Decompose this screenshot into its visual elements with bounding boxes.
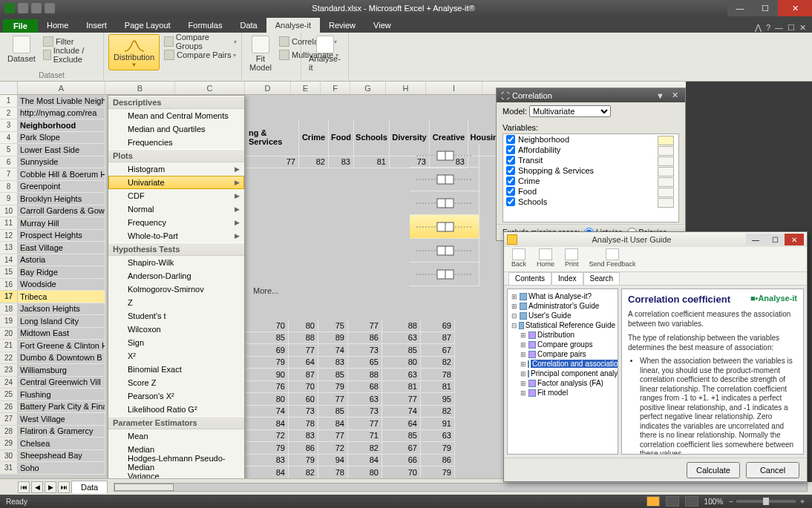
table-cell[interactable]: 83 bbox=[289, 430, 318, 443]
table-cell[interactable]: 79 bbox=[246, 357, 289, 369]
variable-checkbox[interactable] bbox=[506, 156, 515, 165]
table-cell[interactable]: 77 bbox=[382, 393, 421, 406]
table-cell[interactable]: 81 bbox=[421, 381, 455, 394]
tree-node[interactable]: ⊟User's Guide bbox=[510, 311, 615, 320]
cell[interactable]: Murray Hill bbox=[18, 217, 105, 230]
table-cell[interactable]: 63 bbox=[348, 393, 382, 406]
table-cell[interactable]: 84 bbox=[246, 466, 289, 478]
variable-item[interactable]: Crime bbox=[503, 176, 656, 186]
variable-checkbox[interactable] bbox=[506, 145, 515, 154]
tab-insert[interactable]: Insert bbox=[77, 18, 116, 33]
boxplot-cell[interactable] bbox=[410, 168, 479, 191]
view-normal-icon[interactable] bbox=[646, 496, 660, 507]
row-header[interactable]: 27 bbox=[0, 413, 18, 426]
table-cell[interactable]: 78 bbox=[289, 418, 318, 430]
cell[interactable]: Flatiron & Gramercy bbox=[18, 426, 105, 438]
sheet-nav-last[interactable]: ⏭ bbox=[58, 481, 70, 493]
menu-item[interactable]: Kolmogorov-Smirnov bbox=[108, 283, 244, 296]
table-cell[interactable]: 73 bbox=[348, 344, 382, 357]
menu-item[interactable]: X² bbox=[108, 349, 244, 363]
table-cell[interactable]: 82 bbox=[299, 156, 329, 169]
cell[interactable]: Prospect Heights bbox=[18, 230, 105, 243]
cell[interactable]: Sunnyside bbox=[18, 156, 105, 169]
menu-item[interactable]: Pearson's X² bbox=[108, 389, 244, 403]
table-cell[interactable]: 77 bbox=[289, 344, 318, 357]
table-cell[interactable]: 89 bbox=[318, 332, 348, 345]
menu-item[interactable]: Frequencies bbox=[108, 136, 244, 149]
row-header[interactable]: 9 bbox=[0, 193, 18, 205]
table-cell[interactable]: 73 bbox=[348, 406, 382, 418]
row-header[interactable]: 8 bbox=[0, 181, 18, 194]
mdi-min-icon[interactable]: — bbox=[775, 23, 783, 33]
table-cell[interactable]: 79 bbox=[289, 455, 318, 467]
table-cell[interactable]: 83 bbox=[246, 455, 289, 467]
pencil-icon[interactable] bbox=[658, 136, 674, 145]
variable-item[interactable]: Affordability bbox=[503, 145, 656, 155]
menu-item[interactable]: Sign bbox=[108, 336, 244, 349]
menu-item[interactable]: Binomial Exact bbox=[108, 363, 244, 376]
table-cell[interactable]: 82 bbox=[348, 442, 382, 455]
ug-home-button[interactable]: Home bbox=[537, 248, 554, 270]
table-cell[interactable]: 67 bbox=[382, 442, 421, 455]
var-type-icon[interactable] bbox=[658, 188, 674, 197]
row-header[interactable]: 1 bbox=[0, 95, 18, 108]
table-cell[interactable]: 80 bbox=[382, 357, 421, 369]
cell[interactable]: Long Island City bbox=[18, 315, 105, 328]
ug-close-button[interactable]: ✕ bbox=[785, 234, 804, 245]
table-cell[interactable]: 80 bbox=[289, 320, 318, 332]
row-header[interactable]: 22 bbox=[0, 352, 18, 365]
boxplot-cell[interactable] bbox=[410, 191, 479, 215]
variables-list[interactable]: NeighborhoodAffordabilityTransitShopping… bbox=[502, 133, 679, 222]
row-header[interactable]: 29 bbox=[0, 438, 18, 450]
table-cell[interactable]: 80 bbox=[348, 466, 382, 478]
table-cell[interactable]: 87 bbox=[421, 332, 455, 345]
cell[interactable]: Astoria bbox=[18, 254, 105, 267]
table-cell[interactable]: 85 bbox=[382, 344, 421, 357]
table-cell[interactable]: 77 bbox=[246, 156, 299, 169]
table-cell[interactable]: 90 bbox=[246, 369, 289, 381]
table-cell[interactable]: 64 bbox=[289, 357, 318, 369]
table-cell[interactable]: 85 bbox=[318, 369, 348, 381]
row-header[interactable]: 12 bbox=[0, 230, 18, 243]
table-cell[interactable]: 67 bbox=[421, 344, 455, 357]
cell[interactable]: Tribeca bbox=[18, 291, 105, 303]
cell[interactable]: Sheepshead Bay bbox=[18, 450, 105, 463]
table-cell[interactable]: 70 bbox=[246, 320, 289, 332]
zoom-in-icon[interactable]: ＋ bbox=[799, 496, 806, 507]
row-header[interactable]: 15 bbox=[0, 266, 18, 279]
select-all-cell[interactable] bbox=[0, 82, 18, 94]
row-header[interactable]: 6 bbox=[0, 156, 18, 169]
menu-item[interactable]: Histogram▶ bbox=[108, 162, 244, 176]
boxplot-cell[interactable] bbox=[410, 144, 479, 168]
analyseit-button[interactable]: Analyse-it bbox=[306, 34, 344, 73]
col-I[interactable]: I bbox=[426, 82, 482, 94]
table-cell[interactable]: 88 bbox=[348, 369, 382, 381]
variable-item[interactable]: Food bbox=[503, 186, 656, 197]
tab-review[interactable]: Review bbox=[320, 18, 364, 33]
table-cell[interactable]: 76 bbox=[246, 381, 289, 394]
menu-item[interactable]: Anderson-Darling bbox=[108, 269, 244, 283]
maximize-button[interactable]: ☐ bbox=[753, 0, 778, 16]
variable-checkbox[interactable] bbox=[506, 177, 515, 185]
row-header[interactable]: 20 bbox=[0, 328, 18, 340]
table-cell[interactable]: 82 bbox=[289, 466, 318, 478]
col-A[interactable]: A bbox=[18, 82, 105, 94]
table-cell[interactable]: 85 bbox=[382, 430, 421, 443]
table-cell[interactable]: 80 bbox=[246, 393, 289, 406]
boxplot-cell[interactable] bbox=[410, 263, 479, 286]
cell[interactable]: Bay Ridge bbox=[18, 266, 105, 279]
row-header[interactable]: 30 bbox=[0, 450, 18, 463]
table-cell[interactable]: 94 bbox=[318, 455, 348, 467]
tree-node[interactable]: ⊟Statistical Reference Guide bbox=[510, 320, 615, 330]
row-header[interactable]: 23 bbox=[0, 364, 18, 377]
cell[interactable]: http://nymag.com/rea bbox=[18, 108, 105, 120]
tree-node[interactable]: ⊞Administrator's Guide bbox=[510, 301, 615, 311]
table-cell[interactable]: 72 bbox=[318, 442, 348, 455]
cell[interactable]: Jackson Heights bbox=[18, 303, 105, 316]
table-cell[interactable]: 69 bbox=[246, 344, 289, 357]
menu-item[interactable]: Hodges-Lehmann Pseudo-Median bbox=[108, 456, 244, 469]
table-cell[interactable]: 63 bbox=[421, 430, 455, 443]
save-icon[interactable] bbox=[18, 3, 28, 13]
ug-tab-search[interactable]: Search bbox=[583, 272, 621, 285]
table-cell[interactable]: 70 bbox=[382, 466, 421, 478]
